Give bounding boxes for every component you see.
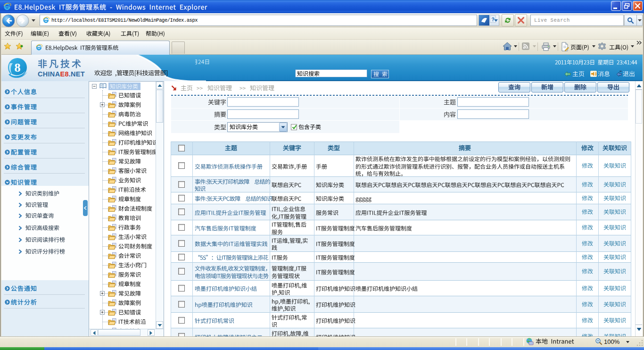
svg-text:8: 8 [15, 61, 21, 75]
